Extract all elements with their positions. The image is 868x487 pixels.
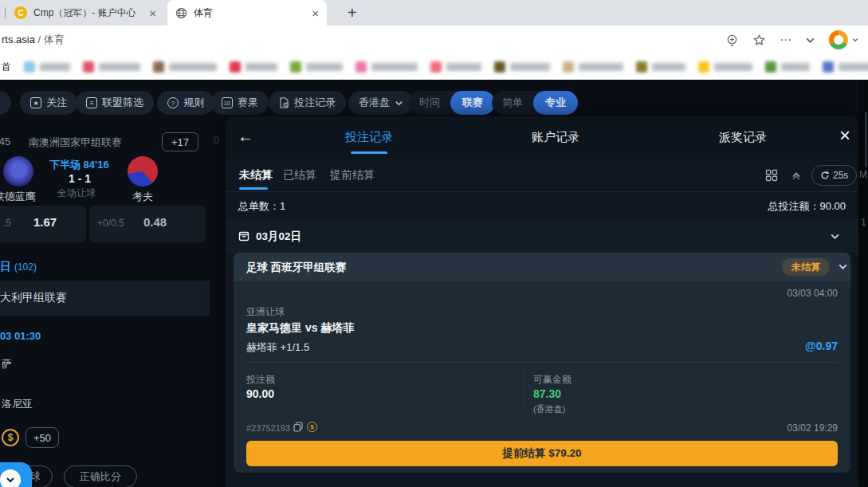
bookmark-favicon xyxy=(698,61,709,73)
sort-by-time-button[interactable]: 时间 xyxy=(409,96,450,110)
chevron-down-icon[interactable] xyxy=(830,231,840,242)
tab-bet-records[interactable]: 投注记录 xyxy=(345,130,393,145)
top-nav: ★ 关注 ≡ 联盟筛选 ? 规则 10 赛果 投注记录 香港盘 时间 联赛 xyxy=(0,91,868,116)
win-value: 87.30 xyxy=(533,387,561,400)
profile-chevron-icon[interactable] xyxy=(852,37,858,43)
bookmark-item[interactable] xyxy=(153,61,217,73)
match-score: 1 - 1 xyxy=(69,172,91,185)
tab-payout-records[interactable]: 派奖记录 xyxy=(719,130,767,145)
nav-rules-button[interactable]: ? 规则 xyxy=(157,91,214,115)
handicap-home: .5 xyxy=(3,218,11,229)
bookmark-favicon xyxy=(355,61,367,73)
nav-odds-type-dropdown[interactable]: 香港盘 xyxy=(348,91,414,115)
handicap-away: +0/0.5 xyxy=(97,218,124,229)
team-b-name: 洛尼亚 xyxy=(2,397,33,411)
bookmark-item[interactable] xyxy=(698,61,752,73)
bookmark-first-label[interactable]: 首 xyxy=(2,61,11,74)
collapse-fab-button[interactable] xyxy=(0,462,32,487)
browser-tab-account[interactable]: C Cmp（冠军）- 账户中心 × xyxy=(6,0,164,26)
tab-divider xyxy=(5,7,6,19)
copy-icon[interactable] xyxy=(293,422,303,432)
nav-bet-records-button[interactable]: 投注记录 xyxy=(269,91,346,115)
subtab-row: 未结算 已结算 提前结算 25s xyxy=(226,159,858,192)
bet-card: 足球 西班牙甲组联赛 未结算 03/03 04:00 亚洲让球 皇家马德里 vs… xyxy=(234,253,850,473)
bookmark-item[interactable] xyxy=(355,61,418,73)
more-markets-badge[interactable]: +17 xyxy=(162,132,198,151)
nav-league-filter-button[interactable]: ≡ 联盟筛选 xyxy=(76,91,154,115)
cashout-button[interactable]: 提前结算 $79.20 xyxy=(246,441,838,466)
filter-list-icon: ≡ xyxy=(86,97,97,108)
extensions-menu-icon[interactable]: ⋯ xyxy=(780,33,791,47)
home-team-name: 莱德蓝鹰 xyxy=(0,190,36,204)
bookmark-item[interactable] xyxy=(430,61,481,73)
mode-simple-button[interactable]: 简单 xyxy=(492,96,533,110)
new-tab-button[interactable]: + xyxy=(348,4,357,22)
bookmark-item[interactable] xyxy=(230,61,277,73)
auto-refresh-button[interactable]: 25s xyxy=(811,165,857,186)
browser-tab-sports[interactable]: 体育 × xyxy=(167,0,327,26)
mode-toggle-group: 简单 专业 xyxy=(492,91,578,115)
subtab-unsettled[interactable]: 未结算 xyxy=(239,168,273,183)
nav-follow-label: 关注 xyxy=(46,96,67,110)
profile-avatar[interactable] xyxy=(829,30,848,49)
bookmark-item[interactable] xyxy=(636,61,685,73)
bookmarks-bar: 首 xyxy=(0,54,868,80)
refresh-icon xyxy=(820,171,830,180)
team-a-name: 萨 xyxy=(2,357,12,371)
market-label: 全场让球 xyxy=(57,187,96,200)
placed-time: 03/02 19:29 xyxy=(787,422,838,434)
league-row[interactable]: 大利甲组联赛 xyxy=(0,281,210,316)
match-teams: 皇家马德里 vs 赫塔菲 xyxy=(246,321,354,336)
tab-account-records[interactable]: 账户记录 xyxy=(532,130,579,145)
nav-results-button[interactable]: 10 赛果 xyxy=(211,91,269,115)
grid-view-icon[interactable] xyxy=(765,169,778,182)
bookmark-favicon xyxy=(494,61,505,73)
close-icon[interactable]: × xyxy=(839,124,850,147)
question-circle-icon: ? xyxy=(167,97,179,108)
nav-follow-button[interactable]: ★ 关注 xyxy=(20,91,77,115)
bookmark-favicon xyxy=(83,61,94,73)
status-badge: 未结算 xyxy=(782,258,830,276)
cashout-coin-icon[interactable]: $ xyxy=(2,429,19,446)
more-odds-badge[interactable]: +50 xyxy=(26,427,59,448)
day-group-header[interactable]: 日 (102) xyxy=(0,260,37,274)
bookmark-item[interactable] xyxy=(494,61,550,73)
mode-pro-button[interactable]: 专业 xyxy=(533,91,578,115)
browser-tab-bar: C Cmp（冠军）- 账户中心 × 体育 × + xyxy=(0,0,868,26)
collapse-all-icon[interactable] xyxy=(791,170,802,181)
bookmark-item[interactable] xyxy=(823,61,868,73)
active-subtab-underline xyxy=(239,187,268,190)
bet-odds: @0.97 xyxy=(805,340,838,352)
bookmark-star-icon[interactable] xyxy=(752,33,766,47)
subtab-settled[interactable]: 已结算 xyxy=(283,168,316,183)
tab2-close-icon[interactable]: × xyxy=(312,7,319,19)
url-text[interactable]: rts.asia / 体育 xyxy=(2,33,65,47)
chevron-down-icon[interactable] xyxy=(838,261,848,272)
subtab-early-settle[interactable]: 提前结算 xyxy=(330,168,375,183)
tab1-close-icon[interactable]: × xyxy=(149,7,156,19)
bookmark-item[interactable] xyxy=(563,61,623,73)
sort-by-league-button[interactable]: 联赛 xyxy=(450,91,495,115)
date-group-header[interactable]: 03月02日 xyxy=(226,219,858,253)
chevron-down-icon[interactable] xyxy=(805,35,815,45)
modal-header: ← 投注记录 账户记录 派奖记录 × xyxy=(226,116,858,159)
cashout-coin-icon[interactable]: $ xyxy=(307,422,317,432)
kickoff-time: 03 01:30 xyxy=(0,330,41,342)
nav-pill-partial[interactable] xyxy=(0,91,11,115)
bookmark-label-blur xyxy=(169,63,217,71)
bookmark-item[interactable] xyxy=(765,61,810,73)
bet-card-header[interactable]: 足球 西班牙甲组联赛 未结算 xyxy=(234,253,850,281)
market-pill-correct-score[interactable]: 正确比分 xyxy=(64,465,137,487)
scrollbar-thumb[interactable] xyxy=(865,112,867,167)
address-bar[interactable]: rts.asia / 体育 ⋯ xyxy=(0,26,868,54)
zoom-page-icon[interactable] xyxy=(725,33,739,47)
refresh-interval-label: 25s xyxy=(833,170,848,181)
home-team-logo xyxy=(3,156,33,187)
bookmark-label-blur xyxy=(652,63,685,71)
occluded-content-strip: M 1 xyxy=(858,80,868,487)
bookmark-item[interactable] xyxy=(83,61,140,73)
bookmark-item[interactable] xyxy=(290,61,343,73)
bookmark-item[interactable] xyxy=(24,61,70,73)
back-arrow-icon[interactable]: ← xyxy=(238,128,253,146)
nav-bet-records-label: 投注记录 xyxy=(294,96,336,110)
